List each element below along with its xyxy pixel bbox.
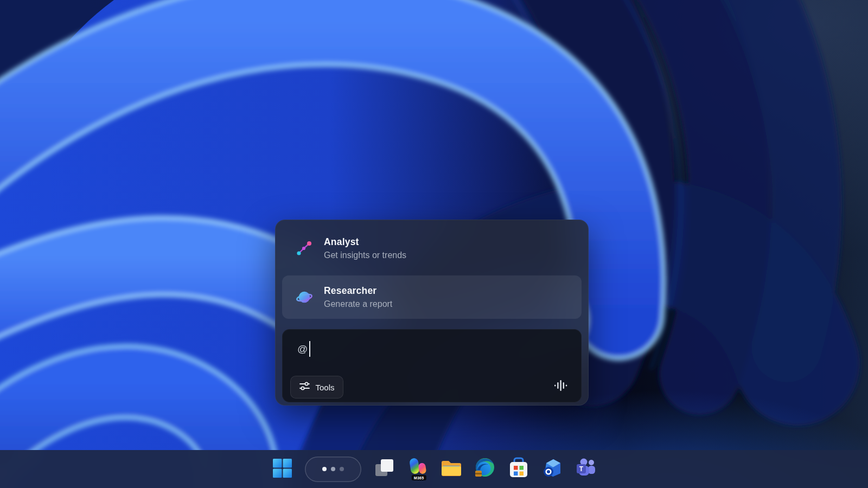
- agent-name: Researcher: [324, 285, 392, 297]
- teams-badge: T: [579, 465, 584, 473]
- waveform-voice-icon[interactable]: [553, 378, 569, 393]
- agent-name: Analyst: [324, 236, 406, 248]
- edge-icon: [474, 457, 496, 481]
- agent-description: Generate a report: [324, 299, 392, 309]
- outlook-button[interactable]: [541, 456, 563, 482]
- text-caret: [309, 341, 310, 357]
- task-view-button[interactable]: [373, 456, 395, 482]
- file-explorer-icon: [441, 458, 462, 480]
- m365-badge: M365: [412, 475, 426, 480]
- agent-item-researcher[interactable]: Researcher Generate a report: [282, 275, 582, 319]
- teams-button[interactable]: T: [575, 456, 597, 482]
- edge-button[interactable]: [474, 456, 496, 482]
- microsoft-store-icon: [509, 457, 528, 481]
- typing-dot: [322, 467, 327, 471]
- analyst-trend-icon: [296, 240, 312, 256]
- copilot-agent-popup: Analyst Get insights or trends: [275, 220, 589, 406]
- researcher-planet-icon: [296, 289, 312, 305]
- teams-icon: T: [575, 458, 597, 480]
- agent-description: Get insights or trends: [324, 251, 406, 260]
- m365-copilot-button[interactable]: M365: [407, 456, 429, 482]
- outlook-icon: [541, 458, 563, 480]
- tools-button[interactable]: Tools: [290, 376, 343, 399]
- file-explorer-button[interactable]: [441, 456, 462, 482]
- input-text[interactable]: @: [297, 343, 308, 355]
- tools-button-label: Tools: [315, 383, 334, 392]
- copilot-search-pill[interactable]: [305, 457, 361, 482]
- typing-dot: [340, 467, 344, 471]
- sliders-icon: [299, 381, 310, 394]
- desktop: Analyst Get insights or trends: [0, 0, 868, 488]
- typing-dot: [331, 467, 335, 471]
- task-view-icon: [374, 458, 394, 480]
- microsoft-store-button[interactable]: [508, 456, 529, 482]
- taskbar: M365: [0, 450, 868, 488]
- agent-item-analyst[interactable]: Analyst Get insights or trends: [282, 227, 582, 270]
- copilot-input-box[interactable]: @ Tools: [282, 329, 582, 402]
- windows-start-icon: [272, 458, 292, 480]
- start-button[interactable]: [271, 456, 293, 482]
